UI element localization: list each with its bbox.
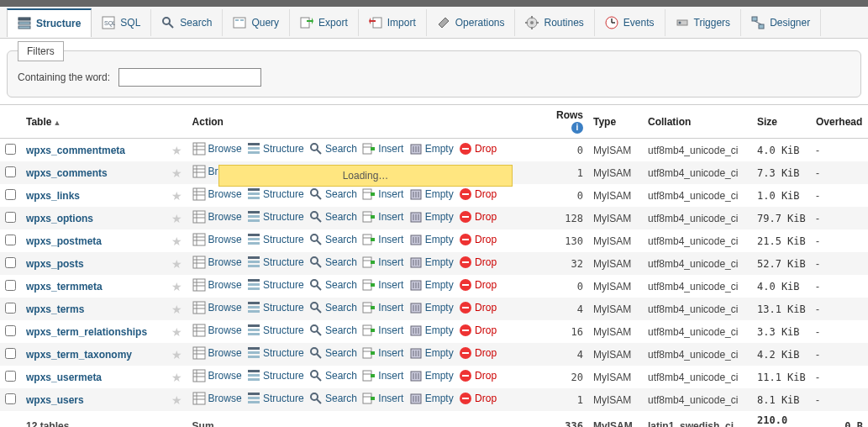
drop-action[interactable]: Drop bbox=[459, 187, 497, 201]
search-action[interactable]: Search bbox=[309, 210, 357, 224]
search-action[interactable]: Search bbox=[309, 392, 357, 405]
search-action[interactable]: Search bbox=[309, 346, 357, 360]
empty-action[interactable]: Empty bbox=[409, 301, 454, 314]
drop-action[interactable]: Drop bbox=[459, 233, 497, 246]
col-overhead[interactable]: Overhead bbox=[811, 105, 868, 139]
favorite-star-icon[interactable]: ★ bbox=[171, 235, 182, 248]
browse-action[interactable]: Browse bbox=[192, 142, 242, 156]
drop-action[interactable]: Drop bbox=[459, 256, 497, 269]
insert-action[interactable]: Insert bbox=[362, 324, 403, 337]
tab-structure[interactable]: Structure bbox=[7, 8, 92, 37]
insert-action[interactable]: Insert bbox=[362, 369, 403, 382]
structure-action[interactable]: Structure bbox=[247, 210, 304, 224]
drop-action[interactable]: Drop bbox=[459, 346, 497, 360]
table-name-link[interactable]: wpxs_commentmeta bbox=[26, 145, 125, 156]
empty-action[interactable]: Empty bbox=[409, 278, 454, 292]
col-rows[interactable]: Rowsi bbox=[538, 105, 588, 139]
row-checkbox[interactable] bbox=[5, 166, 16, 177]
search-action[interactable]: Search bbox=[309, 142, 357, 156]
tab-export[interactable]: Export bbox=[290, 9, 359, 36]
empty-action[interactable]: Empty bbox=[409, 256, 454, 269]
col-type[interactable]: Type bbox=[588, 105, 643, 139]
browse-action[interactable]: Browse bbox=[192, 324, 242, 337]
drop-action[interactable]: Drop bbox=[459, 301, 497, 314]
row-checkbox[interactable] bbox=[5, 303, 16, 314]
favorite-star-icon[interactable]: ★ bbox=[171, 257, 182, 271]
row-checkbox[interactable] bbox=[5, 235, 16, 245]
structure-action[interactable]: Structure bbox=[247, 233, 304, 246]
empty-action[interactable]: Empty bbox=[409, 392, 454, 405]
row-checkbox[interactable] bbox=[5, 144, 16, 155]
empty-action[interactable]: Empty bbox=[409, 142, 454, 156]
empty-action[interactable]: Empty bbox=[409, 346, 454, 360]
favorite-star-icon[interactable]: ★ bbox=[171, 393, 182, 407]
search-action[interactable]: Search bbox=[309, 301, 357, 314]
search-action[interactable]: Search bbox=[309, 369, 357, 382]
search-action[interactable]: Search bbox=[309, 324, 357, 337]
table-name-link[interactable]: wpxs_term_relationships bbox=[26, 326, 147, 338]
browse-action[interactable]: Browse bbox=[192, 301, 242, 314]
structure-action[interactable]: Structure bbox=[247, 301, 304, 314]
insert-action[interactable]: Insert bbox=[362, 301, 403, 314]
row-checkbox[interactable] bbox=[5, 257, 16, 268]
favorite-star-icon[interactable]: ★ bbox=[171, 166, 182, 180]
tab-sql[interactable]: SQL SQL bbox=[92, 9, 151, 36]
table-name-link[interactable]: wpxs_postmeta bbox=[26, 235, 102, 247]
drop-action[interactable]: Drop bbox=[459, 369, 497, 382]
table-name-link[interactable]: wpxs_posts bbox=[26, 258, 84, 270]
tab-query[interactable]: Query bbox=[223, 9, 290, 36]
structure-action[interactable]: Structure bbox=[247, 392, 304, 405]
insert-action[interactable]: Insert bbox=[362, 233, 403, 246]
table-name-link[interactable]: wpxs_comments bbox=[26, 167, 108, 179]
structure-action[interactable]: Structure bbox=[247, 187, 304, 201]
structure-action[interactable]: Structure bbox=[247, 369, 304, 382]
browse-action[interactable]: Browse bbox=[192, 187, 242, 201]
structure-action[interactable]: Structure bbox=[247, 256, 304, 269]
drop-action[interactable]: Drop bbox=[459, 324, 497, 337]
table-name-link[interactable]: wpxs_links bbox=[26, 190, 80, 202]
search-action[interactable]: Search bbox=[309, 278, 357, 292]
drop-action[interactable]: Drop bbox=[459, 392, 497, 405]
search-action[interactable]: Search bbox=[309, 187, 357, 201]
tab-operations[interactable]: Operations bbox=[427, 9, 516, 36]
drop-action[interactable]: Drop bbox=[459, 142, 497, 156]
row-checkbox[interactable] bbox=[5, 348, 16, 359]
table-name-link[interactable]: wpxs_users bbox=[26, 394, 84, 406]
empty-action[interactable]: Empty bbox=[409, 233, 454, 246]
structure-action[interactable]: Structure bbox=[247, 278, 304, 292]
empty-action[interactable]: Empty bbox=[409, 324, 454, 337]
insert-action[interactable]: Insert bbox=[362, 346, 403, 360]
table-name-link[interactable]: wpxs_term_taxonomy bbox=[26, 349, 132, 361]
structure-action[interactable]: Structure bbox=[247, 142, 304, 156]
tab-events[interactable]: Events bbox=[595, 9, 665, 36]
insert-action[interactable]: Insert bbox=[362, 187, 403, 201]
favorite-star-icon[interactable]: ★ bbox=[171, 212, 182, 225]
table-name-link[interactable]: wpxs_terms bbox=[26, 303, 84, 315]
favorite-star-icon[interactable]: ★ bbox=[171, 303, 182, 316]
tab-designer[interactable]: Designer bbox=[741, 9, 821, 36]
insert-action[interactable]: Insert bbox=[362, 256, 403, 269]
row-checkbox[interactable] bbox=[5, 325, 16, 336]
insert-action[interactable]: Insert bbox=[362, 210, 403, 224]
tab-search[interactable]: Search bbox=[151, 9, 223, 36]
tab-triggers[interactable]: Triggers bbox=[665, 9, 742, 36]
browse-action[interactable]: Browse bbox=[192, 346, 242, 360]
insert-action[interactable]: Insert bbox=[362, 278, 403, 292]
browse-action[interactable]: Browse bbox=[192, 210, 242, 224]
browse-action[interactable]: Browse bbox=[192, 256, 242, 269]
filter-input[interactable] bbox=[118, 68, 261, 87]
tab-routines[interactable]: Routines bbox=[515, 9, 594, 36]
table-name-link[interactable]: wpxs_usermeta bbox=[26, 372, 102, 383]
info-icon[interactable]: i bbox=[571, 122, 583, 134]
favorite-star-icon[interactable]: ★ bbox=[171, 325, 182, 339]
structure-action[interactable]: Structure bbox=[247, 346, 304, 360]
browse-action[interactable]: Browse bbox=[192, 392, 242, 405]
search-action[interactable]: Search bbox=[309, 256, 357, 269]
col-size[interactable]: Size bbox=[752, 105, 811, 139]
row-checkbox[interactable] bbox=[5, 189, 16, 200]
row-checkbox[interactable] bbox=[5, 280, 16, 291]
table-name-link[interactable]: wpxs_termmeta bbox=[26, 281, 103, 293]
favorite-star-icon[interactable]: ★ bbox=[171, 348, 182, 361]
empty-action[interactable]: Empty bbox=[409, 187, 454, 201]
insert-action[interactable]: Insert bbox=[362, 142, 403, 156]
